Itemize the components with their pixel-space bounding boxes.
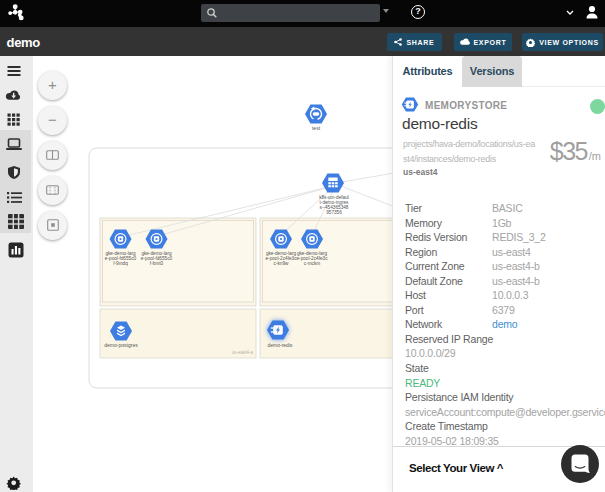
svg-text:c-mckm: c-mckm — [304, 261, 320, 266]
svg-text:c-kn9w: c-kn9w — [274, 261, 289, 266]
svg-text:f-9mdq: f-9mdq — [113, 261, 128, 266]
svg-text:f-bmt0: f-bmt0 — [150, 261, 164, 266]
svg-text:demo-redis: demo-redis — [267, 342, 293, 348]
svg-text:test: test — [312, 125, 321, 131]
svg-text:demo-postgres: demo-postgres — [104, 342, 138, 348]
svg-text:us-east4-a: us-east4-a — [232, 350, 254, 355]
svg-text:957356: 957356 — [326, 210, 342, 215]
